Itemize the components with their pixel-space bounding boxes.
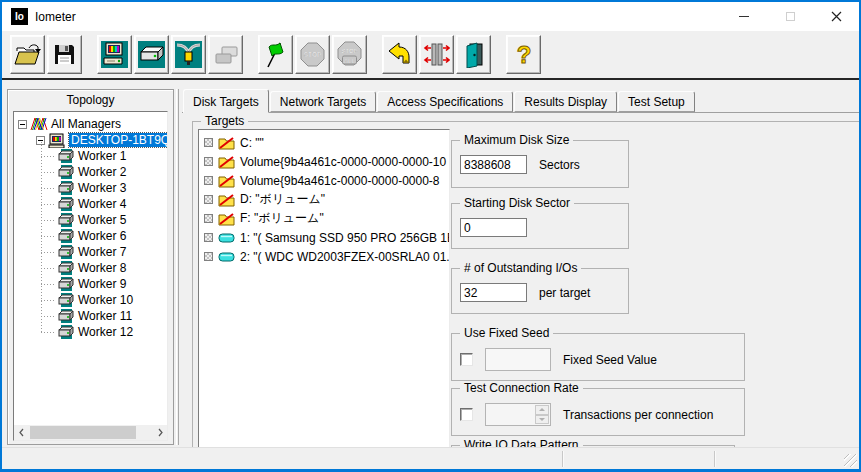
reset-workers-button[interactable]	[382, 35, 417, 74]
target-row[interactable]: Volume{9b4a461c-0000-0000-0000-10	[199, 152, 449, 171]
tree-item-worker[interactable]: Worker 8	[14, 260, 167, 276]
tab[interactable]: Network Targets	[270, 91, 376, 112]
collapse-icon[interactable]	[18, 120, 27, 129]
exit-button[interactable]	[456, 35, 491, 74]
green-flag-icon	[263, 41, 288, 68]
worker-icon	[58, 293, 75, 307]
tree-item-worker[interactable]: Worker 10	[14, 292, 167, 308]
worker-label: Worker 2	[78, 165, 126, 179]
tab[interactable]: Access Specifications	[377, 91, 513, 112]
stop-all-tests-button: STOP ALL	[332, 35, 367, 74]
logical-drive-icon	[218, 136, 235, 150]
maximum-disk-size-group: Maximum Disk Size Sectors	[451, 140, 629, 188]
per-target-label: per target	[539, 286, 590, 300]
tab[interactable]: Disk Targets	[183, 89, 269, 113]
panel-splitter[interactable]	[176, 89, 179, 445]
title-bar[interactable]: Io Iometer	[2, 2, 859, 31]
minimize-icon	[739, 16, 749, 17]
about-button[interactable]: ?	[506, 35, 541, 74]
tree-item-worker[interactable]: Worker 6	[14, 228, 167, 244]
tree-horizontal-scrollbar[interactable]	[14, 425, 167, 440]
tree-item-worker[interactable]: Worker 12	[14, 324, 167, 340]
exchange-connections-button[interactable]	[419, 35, 454, 74]
open-folder-icon	[14, 43, 41, 66]
tree-item-worker[interactable]: Worker 7	[14, 244, 167, 260]
scroll-left-icon[interactable]	[14, 425, 28, 440]
maximum-disk-size-label: Maximum Disk Size	[460, 133, 573, 147]
target-row[interactable]: 1: "( Samsung SSD 950 PRO 256GB 1B	[199, 228, 449, 247]
tab-label: Results Display	[524, 95, 607, 109]
transactions-input	[485, 403, 551, 426]
network-cable-icon	[175, 41, 202, 68]
stop-test-button: STOP	[295, 35, 330, 74]
tab[interactable]: Results Display	[514, 91, 617, 112]
tab-strip: Disk Targets Network Targets Access Spec…	[182, 89, 859, 113]
target-row[interactable]: C: ""	[199, 133, 449, 152]
target-checkbox[interactable]	[204, 233, 213, 242]
worker-label: Worker 4	[78, 197, 126, 211]
window-title: Iometer	[35, 10, 76, 24]
use-fixed-seed-label: Use Fixed Seed	[460, 326, 553, 340]
new-network-worker-button[interactable]	[171, 35, 206, 74]
tree-connector	[41, 204, 55, 205]
tree-connector	[41, 252, 55, 253]
targets-list: C: "" Volume{9b4a461c-0000-0000-	[198, 129, 450, 447]
target-checkbox[interactable]	[204, 157, 213, 166]
target-label: 1: "( Samsung SSD 950 PRO 256GB 1B	[240, 231, 450, 245]
resize-grip[interactable]	[844, 454, 857, 467]
target-checkbox[interactable]	[204, 195, 213, 204]
target-checkbox[interactable]	[204, 252, 213, 261]
tree-item-worker[interactable]: Worker 11	[14, 308, 167, 324]
target-label: Volume{9b4a461c-0000-0000-0000-8	[240, 174, 440, 188]
tree-item-worker[interactable]: Worker 5	[14, 212, 167, 228]
topology-panel: Topology All Managers	[7, 89, 174, 445]
target-label: F: "ボリューム"	[240, 210, 324, 227]
target-row[interactable]: D: "ボリューム"	[199, 190, 449, 209]
logical-drive-icon	[218, 155, 235, 169]
tree-item-worker[interactable]: Worker 4	[14, 196, 167, 212]
outstanding-ios-group: # of Outstanding I/Os per target	[451, 268, 629, 314]
scroll-right-icon[interactable]	[153, 425, 167, 440]
tree-item-all-managers[interactable]: All Managers	[14, 116, 167, 132]
tree-item-worker[interactable]: Worker 9	[14, 276, 167, 292]
fixed-seed-checkbox[interactable]	[460, 353, 473, 366]
test-connection-rate-group: Test Connection Rate Transactions per co…	[451, 388, 745, 436]
tree-connector	[41, 220, 55, 221]
minimize-button[interactable]	[721, 2, 767, 31]
close-button[interactable]	[813, 2, 859, 31]
new-disk-worker-button[interactable]	[134, 35, 169, 74]
open-test-file-button[interactable]	[10, 35, 45, 74]
outstanding-ios-input[interactable]	[460, 283, 527, 302]
target-checkbox[interactable]	[204, 176, 213, 185]
start-new-manager-button[interactable]	[97, 35, 132, 74]
tab-label: Test Setup	[628, 95, 685, 109]
scrollbar-thumb[interactable]	[30, 426, 136, 439]
start-tests-button[interactable]	[258, 35, 293, 74]
target-checkbox[interactable]	[204, 214, 213, 223]
connection-rate-checkbox[interactable]	[460, 408, 473, 421]
question-mark-icon: ?	[514, 42, 534, 68]
exit-door-icon	[462, 42, 486, 68]
target-row[interactable]: 2: "( WDC WD2003FZEX-00SRLA0 01.0	[199, 247, 449, 266]
tab[interactable]: Test Setup	[618, 91, 695, 112]
tree-connector	[41, 300, 55, 301]
app-icon: Io	[11, 8, 28, 25]
target-row[interactable]: Volume{9b4a461c-0000-0000-0000-8	[199, 171, 449, 190]
manager-computer-icon	[48, 133, 66, 148]
worker-label: Worker 3	[78, 181, 126, 195]
maximum-disk-size-input[interactable]	[460, 155, 527, 174]
write-io-data-pattern-label: Write IO Data Pattern	[460, 438, 583, 447]
target-checkbox[interactable]	[204, 138, 213, 147]
test-connection-rate-label: Test Connection Rate	[460, 381, 583, 395]
physical-drive-icon	[218, 232, 235, 244]
worker-icon	[58, 165, 75, 179]
tree-item-manager[interactable]: DESKTOP-1BT9Q	[14, 132, 167, 148]
exchange-arrows-icon	[423, 42, 450, 67]
target-row[interactable]: F: "ボリューム"	[199, 209, 449, 228]
tree-item-worker[interactable]: Worker 1	[14, 148, 167, 164]
tree-item-worker[interactable]: Worker 3	[14, 180, 167, 196]
starting-disk-sector-input[interactable]	[460, 218, 527, 237]
save-test-file-button[interactable]	[47, 35, 82, 74]
duplicate-worker-button	[208, 35, 243, 74]
tree-item-worker[interactable]: Worker 2	[14, 164, 167, 180]
